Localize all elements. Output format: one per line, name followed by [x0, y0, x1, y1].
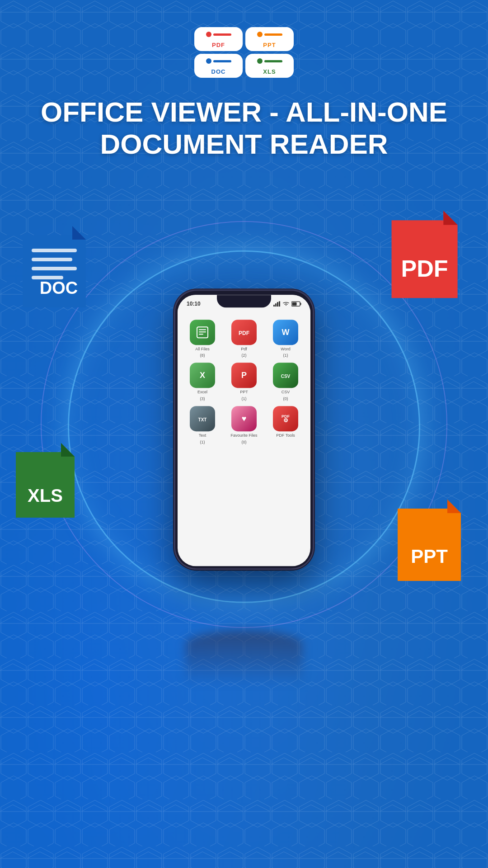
pdf-icon-lines — [206, 32, 231, 40]
app-item-text[interactable]: TXT Text (1) — [184, 406, 221, 445]
ppt-icon-lines — [257, 32, 282, 40]
pdf-icon: PDF — [231, 320, 257, 345]
pdf-count: (2) — [242, 354, 247, 359]
ppt-line-1 — [264, 33, 282, 36]
pdf-line-1 — [213, 33, 231, 36]
pdf-file-icon: PDF — [380, 197, 479, 305]
xls-file-icon: XLS — [9, 432, 90, 522]
tools-icon: PDF ⚙ — [273, 406, 298, 431]
svg-rect-2 — [32, 267, 77, 270]
fav-count: (0) — [242, 440, 247, 445]
ppt-count: (1) — [242, 396, 247, 401]
svg-rect-0 — [32, 249, 77, 252]
txt-svg: TXT — [195, 411, 210, 426]
svg-text:W: W — [282, 328, 290, 337]
doc-dot — [206, 58, 211, 64]
app-icon-grid: PDF PPT DOC — [194, 27, 294, 78]
csv-svg: CSV — [278, 368, 293, 382]
txt-icon: TXT — [190, 406, 215, 431]
all-files-name: All Files — [195, 347, 210, 352]
word-svg: W — [278, 325, 293, 340]
phone-mockup: 10:10 — [174, 289, 314, 570]
svg-text:X: X — [200, 371, 205, 380]
status-icons — [273, 301, 301, 307]
ppt-svg: P — [237, 368, 251, 382]
top-icon-xls: XLS — [245, 54, 294, 78]
svg-rect-11 — [279, 301, 280, 307]
svg-text:TXT: TXT — [198, 417, 207, 422]
excel-icon: X — [190, 363, 215, 388]
svg-text:PPT: PPT — [411, 546, 448, 567]
phone-reflection — [185, 631, 303, 685]
app-item-favourite[interactable]: ♥ Favourite Files (0) — [225, 406, 263, 445]
ppt-dot — [257, 32, 263, 37]
svg-text:P: P — [241, 371, 247, 380]
phone-screen: 10:10 — [178, 295, 310, 566]
svg-text:⚙: ⚙ — [283, 417, 288, 424]
title-line2: DOCUMENT READER — [100, 128, 388, 160]
tools-name: PDF Tools — [276, 433, 295, 438]
svg-text:♥: ♥ — [242, 414, 247, 423]
svg-rect-8 — [273, 305, 275, 307]
wifi-icon — [282, 301, 290, 307]
app-item-ppt[interactable]: P PPT (1) — [225, 363, 263, 401]
word-count: (1) — [283, 354, 288, 359]
excel-name: Excel — [197, 390, 207, 395]
excel-svg: X — [195, 368, 210, 382]
doc-file-icon: DOC — [14, 212, 104, 312]
signal-icon — [273, 301, 281, 307]
svg-rect-13 — [300, 302, 301, 305]
svg-rect-10 — [277, 302, 278, 307]
app-item-word[interactable]: W Word (1) — [267, 320, 304, 359]
fav-name: Favourite Files — [230, 433, 257, 438]
fav-svg: ♥ — [237, 411, 251, 426]
main-content: PDF PPT DOC — [0, 0, 488, 868]
ppt-file-icon: PPT — [389, 486, 479, 585]
svg-text:PDF: PDF — [239, 330, 249, 336]
txt-count: (1) — [200, 440, 205, 445]
ppt-label: PPT — [263, 42, 276, 48]
top-icon-doc: DOC — [194, 54, 243, 78]
ppt-phone-icon: P — [231, 363, 257, 388]
app-item-excel[interactable]: X Excel (3) — [184, 363, 221, 401]
xls-line-1 — [264, 60, 282, 62]
app-item-pdf[interactable]: PDF Pdf (2) — [225, 320, 263, 359]
top-icon-ppt: PPT — [245, 27, 294, 51]
doc-label: DOC — [211, 68, 226, 75]
phone-area: DOC PDF XLS — [0, 170, 488, 712]
svg-rect-14 — [292, 302, 297, 305]
txt-name: Text — [199, 433, 206, 438]
svg-rect-9 — [275, 303, 277, 307]
doc-icon-lines — [206, 58, 231, 66]
fav-icon: ♥ — [231, 406, 257, 431]
battery-icon — [291, 301, 301, 307]
svg-text:XLS: XLS — [28, 486, 63, 505]
xls-label: XLS — [263, 68, 276, 75]
app-item-pdf-tools[interactable]: PDF ⚙ PDF Tools — [267, 406, 304, 445]
svg-text:PDF: PDF — [401, 255, 448, 282]
pdf-label: PDF — [212, 42, 225, 48]
svg-rect-18 — [199, 334, 203, 335]
doc-line-1 — [213, 60, 231, 62]
floating-ppt-icon: PPT — [389, 486, 479, 585]
all-files-icon — [190, 320, 215, 345]
app-item-all-files[interactable]: All Files (8) — [184, 320, 221, 359]
svg-text:DOC: DOC — [40, 278, 78, 297]
all-files-count: (8) — [200, 354, 205, 359]
pdf-svg: PDF — [237, 325, 251, 340]
app-item-csv[interactable]: CSV CSV (0) — [267, 363, 304, 401]
main-title: OFFICE VIEWER - ALL-IN-ONE DOCUMENT READ… — [14, 96, 474, 160]
floating-xls-icon: XLS — [9, 432, 90, 522]
ppt-name: PPT — [240, 390, 248, 395]
top-icon-pdf: PDF — [194, 27, 243, 51]
floating-doc-icon: DOC — [14, 212, 104, 312]
csv-name: CSV — [282, 390, 290, 395]
title-line1: OFFICE VIEWER - ALL-IN-ONE — [41, 96, 447, 127]
tools-svg: PDF ⚙ — [278, 411, 293, 426]
xls-icon-lines — [257, 58, 282, 66]
excel-count: (3) — [200, 396, 205, 401]
phone-app-grid: All Files (8) PDF Pdf (2) — [178, 315, 310, 449]
pdf-name: Pdf — [241, 347, 247, 352]
csv-icon: CSV — [273, 363, 298, 388]
word-icon: W — [273, 320, 298, 345]
